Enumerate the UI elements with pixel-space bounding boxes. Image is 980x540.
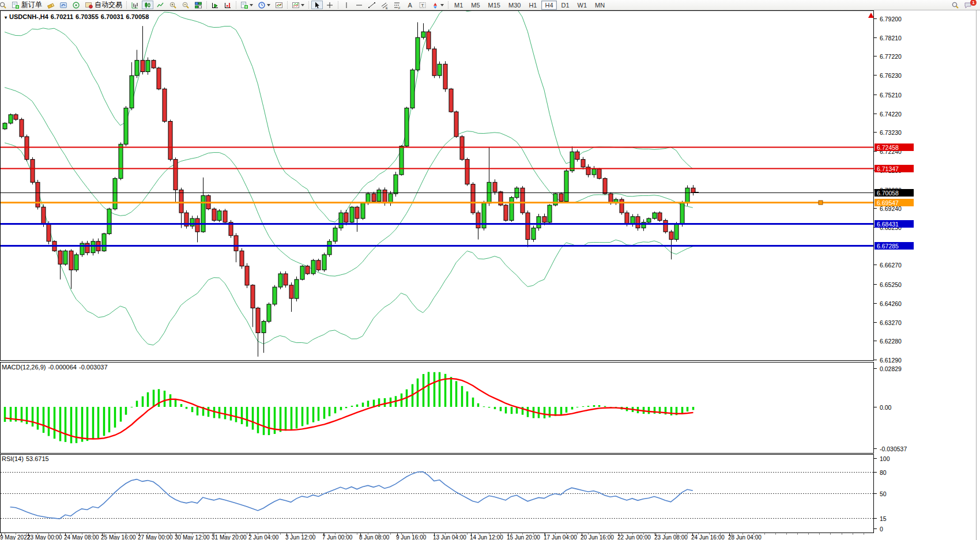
time-axis-label: 28 Jun 04:00 <box>728 534 762 540</box>
toolbar-separator <box>287 1 288 9</box>
cursor-icon <box>313 1 321 9</box>
tab-timeframe-m15[interactable]: M15 <box>485 1 504 10</box>
price-panel-border <box>1 11 874 361</box>
toolbar-separator <box>236 1 236 9</box>
line-chart-icon <box>156 1 164 9</box>
templates-icon <box>275 1 283 9</box>
time-axis-label: 27 May 00:00 <box>138 534 173 540</box>
svg-text:6.69547: 6.69547 <box>877 199 899 206</box>
scroll-to-end-marker[interactable] <box>868 13 874 18</box>
time-axis-label: 9 May 2022 <box>0 534 31 540</box>
periods-button[interactable] <box>256 1 272 9</box>
svg-text:6.64260: 6.64260 <box>880 300 902 307</box>
line-chart-button[interactable] <box>154 1 166 9</box>
tab-timeframe-m30[interactable]: M30 <box>505 1 524 10</box>
time-axis-label: 3 Jun 12:00 <box>285 534 316 540</box>
text-label-tool-button[interactable]: T <box>417 1 428 9</box>
horizontal-line-tool-button[interactable] <box>353 1 365 9</box>
line-handle[interactable] <box>819 201 823 205</box>
tab-timeframe-h1[interactable]: H1 <box>525 1 540 10</box>
bollinger-bands <box>5 6 693 345</box>
time-axis-label: 7 Jun 00:00 <box>322 534 353 540</box>
indicators-icon <box>240 1 248 9</box>
bar-chart-icon <box>131 1 139 9</box>
main-toolbar: 新订单 自动交易 <box>0 0 980 10</box>
chart-shift-icon <box>224 1 232 9</box>
auto-scroll-icon <box>211 1 219 9</box>
horizontal-line-icon <box>355 1 363 9</box>
search-button[interactable] <box>949 1 961 9</box>
text-tool-button[interactable]: A <box>404 1 416 9</box>
time-axis-label: 20 Jun 16:00 <box>581 534 614 540</box>
svg-text:6.74220: 6.74220 <box>880 111 902 118</box>
templates-button[interactable] <box>273 1 285 9</box>
chevron-down-icon <box>440 4 444 6</box>
candlestick-chart-button[interactable] <box>142 1 153 9</box>
chart-type-button[interactable] <box>290 1 306 9</box>
svg-text:0.00: 0.00 <box>880 404 892 411</box>
svg-text:6.62280: 6.62280 <box>880 338 902 345</box>
trendline-tool-button[interactable] <box>366 1 378 9</box>
svg-text:F: F <box>398 6 401 9</box>
equidistant-channel-tool-button[interactable]: E <box>379 1 390 9</box>
toolbar-separator <box>448 1 448 9</box>
toolbar-separator <box>308 1 309 9</box>
metaeditor-button[interactable] <box>58 1 69 9</box>
chart-shift-button[interactable] <box>222 1 233 9</box>
tab-timeframe-m1[interactable]: M1 <box>451 1 466 10</box>
svg-text:6.76230: 6.76230 <box>880 72 902 79</box>
candlestick-chart-icon <box>144 1 152 9</box>
tab-timeframe-w1[interactable]: W1 <box>574 1 591 10</box>
crosshair-icon <box>326 1 334 9</box>
vertical-line-tool-button[interactable] <box>341 1 352 9</box>
time-axis-label: 14 Jun 12:00 <box>470 534 503 540</box>
search-tool-button[interactable] <box>0 1 9 9</box>
new-order-button[interactable]: 新订单 <box>10 1 44 9</box>
time-axis-label: 31 May 20:00 <box>212 534 247 540</box>
tile-windows-icon <box>194 1 202 9</box>
new-order-label: 新订单 <box>21 0 42 10</box>
svg-text:80: 80 <box>880 469 887 476</box>
time-axis-label: 23 May 00:00 <box>27 534 62 540</box>
tab-timeframe-m5[interactable]: M5 <box>468 1 483 10</box>
zoom-out-button[interactable] <box>180 1 191 9</box>
time-axis-label: 30 May 12:00 <box>175 534 210 540</box>
svg-text:0: 0 <box>880 526 883 533</box>
tab-timeframe-h4[interactable]: H4 <box>541 1 556 10</box>
crosshair-tool-button[interactable] <box>324 1 336 9</box>
svg-text:50: 50 <box>880 490 887 497</box>
auto-trading-button[interactable]: 自动交易 <box>83 1 124 9</box>
periods-icon <box>258 1 266 9</box>
svg-text:6.63270: 6.63270 <box>880 319 902 326</box>
chart-type-icon <box>292 1 300 9</box>
text-icon: A <box>406 1 414 9</box>
notification-count-badge: 1 <box>970 0 977 6</box>
svg-text:6.70058: 6.70058 <box>877 190 899 197</box>
time-axis-label: 24 May 08:00 <box>64 534 99 540</box>
zoom-in-button[interactable] <box>167 1 179 9</box>
eraser-button[interactable] <box>45 1 56 9</box>
tab-timeframe-mn[interactable]: MN <box>591 1 608 10</box>
time-axis-label: 9 Jun 16:00 <box>396 534 427 540</box>
auto-trading-icon <box>85 1 93 9</box>
equidistant-channel-icon: E <box>380 1 389 9</box>
bar-chart-button[interactable] <box>129 1 141 9</box>
indicators-button[interactable] <box>239 1 255 9</box>
search-icon <box>951 1 959 9</box>
metaeditor-icon <box>59 1 67 9</box>
cursor-tool-button[interactable] <box>311 1 323 9</box>
chart-canvas[interactable]: 6.792006.782106.772206.762306.752106.742… <box>0 0 980 540</box>
time-axis-label: 23 Jun 08:00 <box>654 534 688 540</box>
zoom-in-icon <box>169 1 177 9</box>
trendline-icon <box>368 1 376 9</box>
arrows-tool-button[interactable] <box>429 1 446 9</box>
macd-panel-border <box>1 362 874 454</box>
signals-button[interactable] <box>70 1 82 9</box>
fibonacci-tool-button[interactable]: F <box>391 1 403 9</box>
tile-windows-button[interactable] <box>193 1 204 9</box>
auto-scroll-button[interactable] <box>209 1 221 9</box>
svg-text:6.72458: 6.72458 <box>877 144 899 151</box>
signals-icon <box>72 1 80 9</box>
tab-timeframe-d1[interactable]: D1 <box>558 1 573 10</box>
notifications-button[interactable]: 1 <box>962 1 974 9</box>
